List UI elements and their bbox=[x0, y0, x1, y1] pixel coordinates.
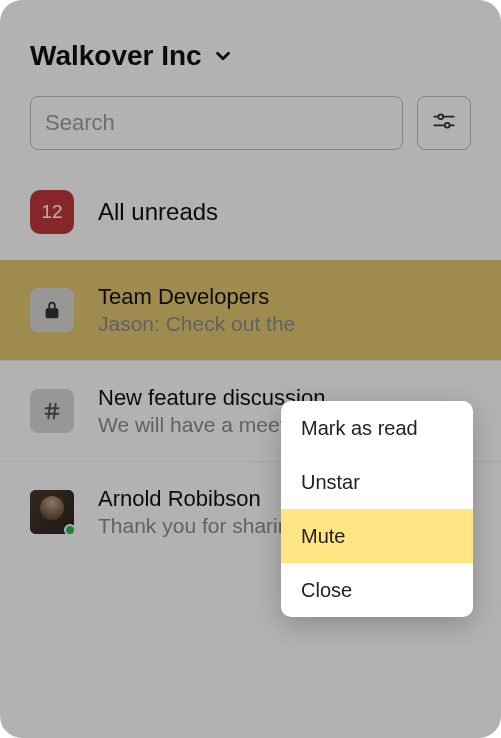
context-menu: Mark as read Unstar Mute Close bbox=[281, 401, 473, 617]
menu-item-unstar[interactable]: Unstar bbox=[281, 455, 473, 509]
svg-line-6 bbox=[48, 404, 50, 419]
unread-count-badge: 12 bbox=[30, 190, 74, 234]
menu-item-mute[interactable]: Mute bbox=[281, 509, 473, 563]
menu-item-mark-read[interactable]: Mark as read bbox=[281, 401, 473, 455]
menu-item-close[interactable]: Close bbox=[281, 563, 473, 617]
all-unreads-item[interactable]: 12 All unreads bbox=[0, 176, 501, 260]
workspace-header[interactable]: Walkover Inc bbox=[0, 0, 501, 96]
lock-icon bbox=[30, 288, 74, 332]
channel-item[interactable]: Team Developers Jason: Check out the bbox=[0, 260, 501, 360]
presence-online-icon bbox=[64, 524, 76, 536]
filter-button[interactable] bbox=[417, 96, 471, 150]
svg-point-3 bbox=[445, 123, 450, 128]
search-input[interactable] bbox=[30, 96, 403, 150]
svg-line-7 bbox=[54, 404, 56, 419]
workspace-name: Walkover Inc bbox=[30, 40, 202, 72]
svg-point-1 bbox=[438, 114, 443, 119]
sliders-icon bbox=[431, 108, 457, 138]
chevron-down-icon bbox=[212, 45, 234, 67]
channel-preview: Jason: Check out the bbox=[98, 312, 471, 336]
search-row bbox=[0, 96, 501, 176]
avatar bbox=[30, 490, 74, 534]
channel-title: Team Developers bbox=[98, 284, 471, 310]
hash-icon bbox=[30, 389, 74, 433]
all-unreads-label: All unreads bbox=[98, 198, 218, 226]
